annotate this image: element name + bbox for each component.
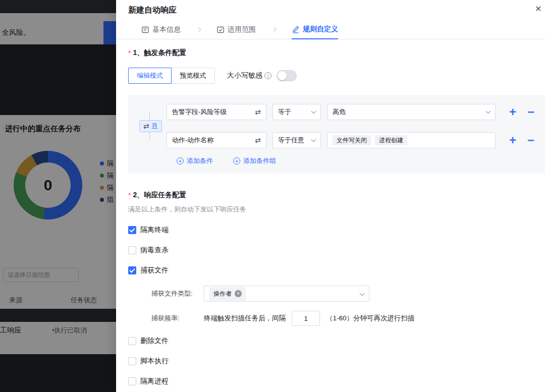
row-actions: + −	[503, 134, 541, 146]
step-label: 规则自定义	[303, 25, 338, 34]
checkbox-unchecked[interactable]	[128, 337, 136, 345]
capture-type-select[interactable]: 操作者 ×	[204, 286, 369, 302]
add-condition-link[interactable]: + 添加条件	[177, 156, 213, 165]
step-basic-info[interactable]: 基本信息	[141, 20, 181, 39]
condition-row: 告警字段-风险等级 ⇄ 等于 高危 + −	[167, 104, 541, 120]
case-sensitive-label: 大小写敏感	[227, 71, 262, 80]
step-scope[interactable]: 适用范围	[216, 20, 256, 39]
step-label: 适用范围	[228, 25, 256, 34]
capture-frequency-label: 捕获频率:	[151, 314, 204, 323]
circle-plus-icon: +	[233, 157, 240, 164]
task-delete-file: 删除文件	[128, 336, 545, 346]
field-select[interactable]: 告警字段-风险等级 ⇄	[167, 104, 266, 120]
chevron-down-icon	[360, 291, 365, 296]
circle-plus-icon: +	[177, 157, 184, 164]
add-row-button[interactable]: +	[509, 106, 516, 118]
step-nav: 基本信息 适用范围 规则自定义	[116, 20, 545, 39]
condition-row: 动作-动作名称 ⇄ 等于任意 文件写关闭 进程创建 +	[167, 132, 541, 148]
chevron-down-icon	[311, 109, 316, 114]
toggle-knob	[278, 71, 287, 80]
swap-icon: ⇄	[255, 136, 261, 144]
value-select[interactable]: 高危	[327, 104, 496, 120]
checkbox-checked[interactable]	[128, 226, 136, 234]
switch-operator-icon: ⇄	[143, 122, 149, 130]
value-tag[interactable]: 进程创建	[375, 135, 407, 145]
form-icon	[141, 26, 149, 34]
chevron-down-icon	[486, 109, 491, 114]
capture-type-row: 捕获文件类型: 操作者 ×	[151, 286, 545, 302]
task-isolate-terminal: 隔离终端	[128, 225, 545, 235]
add-links-row: + 添加条件 + 添加条件组	[177, 156, 541, 165]
chevron-down-icon	[311, 137, 316, 142]
group-operator-label: 且	[151, 122, 158, 131]
case-sensitive-toggle[interactable]	[277, 70, 297, 81]
screen: 全风险。 进行中的重点任务分布 0 隔 隔 隔 阻 请选择日期范	[0, 0, 545, 392]
selected-tag: 操作者 ×	[209, 287, 246, 301]
pen-icon	[292, 25, 300, 33]
remove-row-button[interactable]: −	[527, 134, 534, 146]
chevron-right-icon	[271, 27, 277, 32]
task-label: 隔离终端	[140, 226, 169, 235]
checkbox-icon	[216, 26, 225, 34]
step-rule-customization[interactable]: 规则自定义	[292, 20, 338, 39]
condition-group-panel: ⇄ 且 告警字段-风险等级 ⇄ 等于 高危	[128, 95, 545, 174]
step-label: 基本信息	[152, 25, 181, 34]
checkbox-unchecked[interactable]	[128, 246, 136, 254]
required-mark: *	[128, 49, 131, 57]
drawer-header: 新建自动响应 ✕	[116, 0, 545, 20]
condition-rows: ⇄ 且 告警字段-风险等级 ⇄ 等于 高危	[136, 104, 541, 148]
frequency-input[interactable]	[292, 311, 320, 326]
task-capture-file: 捕获文件	[128, 265, 545, 275]
task-label: 隔离进程	[140, 377, 169, 386]
close-icon[interactable]: ✕	[535, 4, 544, 14]
preview-mode-button[interactable]: 预览模式	[172, 68, 215, 84]
chevron-right-icon	[196, 27, 201, 32]
section2-subtitle: 满足以上条件，则自动下发以下响应任务	[128, 205, 545, 214]
checkbox-unchecked[interactable]	[128, 357, 136, 365]
edit-mode-button[interactable]: 编辑模式	[128, 68, 172, 84]
task-isolate-process: 隔离进程	[128, 376, 545, 386]
task-script-execution: 脚本执行	[128, 356, 545, 366]
section1-title: * 1、触发条件配置	[128, 48, 545, 58]
task-label: 删除文件	[140, 337, 169, 346]
row-actions: + −	[503, 106, 541, 118]
add-row-button[interactable]: +	[509, 134, 516, 146]
task-label: 捕获文件	[140, 266, 169, 275]
task-virus-scan: 病毒查杀	[128, 245, 545, 255]
mode-row: 编辑模式 预览模式 大小写敏感 i	[128, 68, 545, 84]
required-mark: *	[128, 191, 131, 199]
value-tag-input[interactable]: 文件写关闭 进程创建	[327, 132, 496, 148]
section2-title: * 2、响应任务配置	[128, 191, 545, 200]
remove-row-button[interactable]: −	[527, 106, 534, 118]
frequency-prefix-text: 终端触发扫描任务后，间隔	[204, 314, 286, 323]
swap-icon: ⇄	[255, 108, 261, 116]
response-task-list: 隔离终端 病毒查杀 捕获文件 捕获文件类型: 操作者	[128, 225, 545, 386]
task-label: 病毒查杀	[140, 246, 169, 255]
group-operator-badge[interactable]: ⇄ 且	[139, 120, 162, 132]
value-tag[interactable]: 文件写关闭	[333, 135, 371, 145]
field-select[interactable]: 动作-动作名称 ⇄	[167, 132, 266, 148]
checkbox-unchecked[interactable]	[128, 377, 136, 385]
modal-overlay[interactable]	[0, 0, 116, 392]
capture-file-settings: 捕获文件类型: 操作者 × 捕获频率: 终端触发扫描任务后，间隔	[151, 286, 545, 326]
info-icon[interactable]: i	[264, 72, 271, 79]
capture-type-label: 捕获文件类型:	[151, 289, 204, 298]
drawer-title: 新建自动响应	[128, 6, 177, 14]
add-condition-group-link[interactable]: + 添加条件组	[233, 156, 276, 165]
operator-select[interactable]: 等于任意	[272, 132, 321, 148]
capture-frequency-row: 捕获频率: 终端触发扫描任务后，间隔 （1-60）分钟可再次进行扫描	[151, 311, 545, 326]
checkbox-checked[interactable]	[128, 266, 136, 274]
create-auto-response-drawer: 新建自动响应 ✕ 基本信息 适用范围 规则自定	[116, 0, 545, 392]
tag-remove-icon[interactable]: ×	[235, 290, 242, 297]
frequency-suffix-text: （1-60）分钟可再次进行扫描	[326, 314, 415, 323]
drawer-body: * 1、触发条件配置 编辑模式 预览模式 大小写敏感 i ⇄ 且	[116, 48, 545, 386]
operator-select[interactable]: 等于	[272, 104, 321, 120]
task-label: 脚本执行	[140, 357, 169, 366]
